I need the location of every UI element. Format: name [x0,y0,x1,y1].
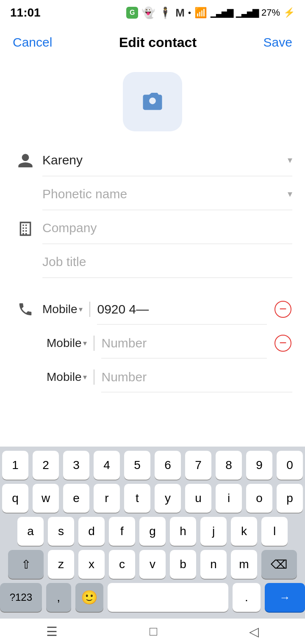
key-o[interactable]: o [246,484,272,513]
phone-type-arrow-1: ▾ [79,305,83,314]
key-g[interactable]: g [139,517,166,546]
phonetic-name-input[interactable] [42,185,284,203]
phone-number-wrap-3 [101,362,292,392]
page-title: Edit contact [119,35,197,50]
signal-icon-2: ▁▃▅▇ [236,8,258,18]
wifi-icon: 📶 [194,7,207,19]
save-button[interactable]: Save [263,35,292,50]
form-section: ▾ ▾ [0,140,305,284]
key-3[interactable]: 3 [63,451,89,480]
phone-row-1: Mobile ▾ [0,292,305,326]
shift-key[interactable]: ⇧ [8,550,44,579]
key-c[interactable]: c [109,550,135,579]
key-e[interactable]: e [63,484,89,513]
enter-key[interactable]: → [265,583,305,612]
key-7[interactable]: 7 [185,451,211,480]
phone-type-3[interactable]: Mobile ▾ [47,370,87,384]
key-0[interactable]: 0 [277,451,303,480]
phone-divider-2 [94,336,94,351]
charging-icon: ⚡ [283,7,295,18]
phone-number-input-1[interactable] [97,302,267,316]
phonetic-input-wrap: ▾ [42,180,292,210]
company-field-icon [13,220,38,237]
phone-type-arrow-3: ▾ [83,372,87,382]
key-a[interactable]: a [17,517,44,546]
status-bar: 11:01 G 👻 🕴 M • 📶 ▁▃▅▇ ▁▃▅▇ 27% ⚡ [0,0,305,25]
key-i[interactable]: i [216,484,242,513]
key-y[interactable]: y [155,484,181,513]
space-key[interactable] [108,583,228,612]
key-t[interactable]: t [124,484,150,513]
nav-bar: ☰ □ ◁ [0,619,305,644]
backspace-key[interactable]: ⌫ [261,550,297,579]
nav-back-icon[interactable]: ◁ [249,624,259,639]
phone-type-label-3: Mobile [47,370,81,384]
key-9[interactable]: 9 [246,451,272,480]
period-key[interactable]: . [233,583,261,612]
symbols-key[interactable]: ?123 [0,583,42,612]
cancel-button[interactable]: Cancel [13,35,52,50]
phone-divider-1 [89,302,90,317]
name-input[interactable] [42,151,284,169]
job-title-input-wrap [42,247,292,278]
key-r[interactable]: r [94,484,120,513]
key-x[interactable]: x [78,550,105,579]
phone-type-2[interactable]: Mobile ▾ [47,336,87,350]
phone-type-label-1: Mobile [42,303,77,316]
keyboard-row-3: a s d f g h j k l [0,517,305,546]
key-6[interactable]: 6 [155,451,181,480]
phone-number-input-3[interactable] [101,370,292,384]
key-5[interactable]: 5 [124,451,150,480]
header: Cancel Edit contact Save [0,25,305,59]
key-p[interactable]: p [277,484,303,513]
key-d[interactable]: d [78,517,105,546]
key-1[interactable]: 1 [2,451,28,480]
person-icon: 🕴 [158,6,172,19]
company-row [0,212,305,246]
status-icons: G 👻 🕴 M • 📶 ▁▃▅▇ ▁▃▅▇ 27% ⚡ [126,6,295,19]
remove-phone-1-button[interactable] [274,300,292,319]
emoji-key[interactable]: 🙂 [75,583,103,612]
notification-icon-1: G [126,7,138,19]
phone-number-wrap-2 [101,328,267,358]
signal-icon-1: ▁▃▅▇ [211,8,233,18]
nav-menu-icon[interactable]: ☰ [46,624,58,639]
key-w[interactable]: w [33,484,59,513]
phone-type-1[interactable]: Mobile ▾ [42,303,83,316]
key-h[interactable]: h [170,517,196,546]
key-k[interactable]: k [231,517,257,546]
phonetic-name-row: ▾ [0,178,305,212]
name-dropdown-arrow[interactable]: ▾ [288,155,292,166]
key-m[interactable]: m [231,550,257,579]
key-v[interactable]: v [139,550,166,579]
snapchat-icon: 👻 [141,6,155,19]
key-z[interactable]: z [48,550,74,579]
key-q[interactable]: q [2,484,28,513]
comma-key[interactable]: , [46,583,71,612]
avatar-section [0,59,305,140]
phone-field-icon [13,301,38,317]
company-input[interactable] [42,219,292,237]
key-8[interactable]: 8 [216,451,242,480]
key-2[interactable]: 2 [33,451,59,480]
key-s[interactable]: s [48,517,74,546]
key-4[interactable]: 4 [94,451,120,480]
phone-number-input-2[interactable] [101,336,267,350]
key-b[interactable]: b [170,550,196,579]
job-title-input[interactable] [42,253,292,271]
phone-type-label-2: Mobile [47,336,81,350]
key-l[interactable]: l [261,517,288,546]
avatar-upload-button[interactable] [123,72,182,131]
phone-type-arrow-2: ▾ [83,339,87,348]
name-input-wrap: ▾ [42,146,292,176]
key-u[interactable]: u [185,484,211,513]
battery-text: 27% [261,7,280,18]
nav-home-icon[interactable]: □ [150,624,157,638]
name-row: ▾ [0,144,305,178]
key-f[interactable]: f [109,517,135,546]
job-title-row [0,246,305,280]
key-j[interactable]: j [200,517,227,546]
key-n[interactable]: n [200,550,227,579]
remove-phone-2-button[interactable] [274,334,292,353]
phonetic-dropdown-arrow[interactable]: ▾ [288,189,292,200]
